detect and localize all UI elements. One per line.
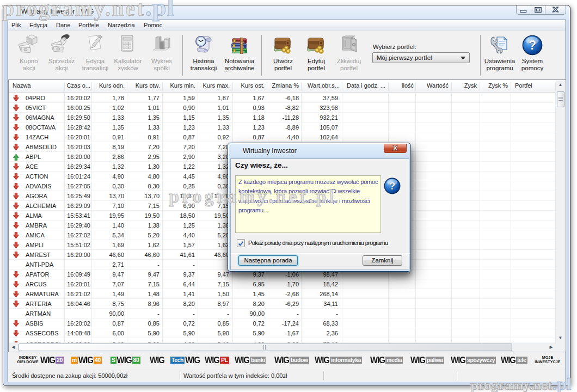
svg-text:?: ? [529,38,536,52]
svg-text:?: ? [389,180,396,192]
